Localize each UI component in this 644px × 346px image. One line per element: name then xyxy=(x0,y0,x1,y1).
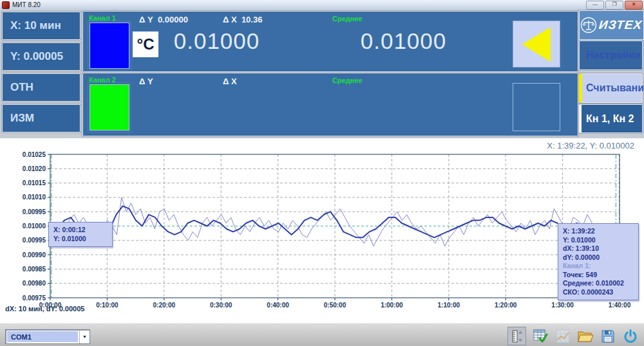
relative-mode-label: ОТН xyxy=(10,81,33,94)
channel2-placeholder-box xyxy=(513,83,560,131)
channel2-delta-x: Δ X xyxy=(223,77,237,86)
svg-text:1:40:00: 1:40:00 xyxy=(609,302,631,309)
table-check-icon[interactable] xyxy=(531,327,549,345)
com-port-value: COM1 xyxy=(7,331,78,342)
svg-text:0.00995: 0.00995 xyxy=(23,208,46,215)
channel2-mean-label: Среднее xyxy=(332,77,363,84)
minimize-icon[interactable]: — xyxy=(586,1,604,10)
app-icon xyxy=(2,1,10,9)
channels-label: Кн 1, Кн 2 xyxy=(586,113,634,125)
channel1-panel: Канал 1 Δ Y 0.00000 Δ X 10.36 °C 0.01000… xyxy=(82,11,578,72)
svg-text:1:10:00: 1:10:00 xyxy=(438,302,460,309)
chevron-down-icon[interactable]: ▼ xyxy=(79,330,90,343)
svg-text:1:00:00: 1:00:00 xyxy=(381,302,403,309)
reading-button[interactable]: Считывание xyxy=(579,73,643,103)
scales-icon xyxy=(580,17,597,33)
channels-button[interactable]: Кн 1, Кн 2 xyxy=(579,104,643,133)
reading-label: Считывание xyxy=(586,82,644,94)
cursor-tooltip-right: X: 1:39:22Y: 0.01000dX: 1:39:10dY: 0.000… xyxy=(558,223,639,300)
title-bar: МИТ 8.20 — ❐ ✕ xyxy=(0,0,644,10)
channel1-color-swatch[interactable] xyxy=(90,23,129,69)
svg-text:0:20:00: 0:20:00 xyxy=(153,302,176,309)
svg-text:0:10:00: 0:10:00 xyxy=(96,302,118,309)
svg-text:0:40:00: 0:40:00 xyxy=(267,302,289,309)
restore-icon[interactable]: ❐ xyxy=(605,1,623,10)
chart-icon[interactable] xyxy=(554,327,571,345)
channel1-label: Канал 1 xyxy=(89,14,116,22)
logo-text: ИЗТЕХ xyxy=(598,18,643,32)
settings-button[interactable]: Настройки xyxy=(579,41,643,70)
power-icon[interactable] xyxy=(621,327,639,345)
left-triangle-icon xyxy=(522,27,551,62)
channel2-panel: Канал 2 Δ Y Δ X Среднее xyxy=(82,73,578,136)
channel2-label: Канал 2 xyxy=(89,76,116,84)
svg-text:0.00980: 0.00980 xyxy=(23,280,46,287)
relative-mode-button[interactable]: ОТН xyxy=(2,73,80,102)
svg-text:0.01015: 0.01015 xyxy=(23,179,46,187)
y-scale-button[interactable]: Y: 0.00005 xyxy=(2,42,80,71)
channel2-color-swatch[interactable] xyxy=(90,84,129,131)
x-scale-label: X: 10 мин xyxy=(10,19,61,32)
svg-text:0.01025: 0.01025 xyxy=(23,151,46,158)
channel2-delta-y: Δ Y xyxy=(139,77,153,86)
svg-text:0.00995: 0.00995 xyxy=(23,237,46,244)
svg-text:0.01000: 0.01000 xyxy=(23,223,46,230)
channel1-delta-y: Δ Y 0.00000 xyxy=(139,15,188,24)
iztech-logo: ИЗТЕХ xyxy=(579,10,644,40)
channel1-mean-label: Среднее xyxy=(332,15,363,23)
y-scale-label: Y: 0.00005 xyxy=(10,50,63,63)
svg-text:0:50:00: 0:50:00 xyxy=(324,302,346,309)
ruler-scale-icon[interactable] xyxy=(507,327,526,345)
com-port-select[interactable]: COM1 ▼ xyxy=(5,329,90,344)
collapse-panel-button[interactable] xyxy=(513,21,560,68)
cursor-tooltip-left: X: 0:00:12Y: 0.01000 xyxy=(48,222,113,247)
svg-text:1:30:00: 1:30:00 xyxy=(551,302,574,309)
measure-mode-button[interactable]: ИЗМ xyxy=(2,104,80,132)
svg-text:0.00975: 0.00975 xyxy=(23,295,46,302)
svg-text:0.00985: 0.00985 xyxy=(23,266,46,273)
svg-text:0.00990: 0.00990 xyxy=(23,251,46,259)
svg-text:0.01010: 0.01010 xyxy=(23,194,46,201)
window-title: МИТ 8.20 xyxy=(12,1,41,8)
channel1-value: 0.01000 xyxy=(144,28,289,54)
save-icon[interactable] xyxy=(599,327,616,345)
channel1-mean-value: 0.01000 xyxy=(321,28,486,54)
chart-panel: X: 1:39:22, Y: 0.010002 0.009750.009800.… xyxy=(0,138,644,323)
open-folder-icon[interactable] xyxy=(576,327,594,345)
close-icon[interactable]: ✕ xyxy=(625,1,643,10)
channel1-delta-x: Δ X 10.36 xyxy=(223,15,262,24)
measure-mode-label: ИЗМ xyxy=(10,112,34,125)
chart-scale-readout: dX: 10 мин, dY: 0.00005 xyxy=(5,305,84,313)
x-scale-button[interactable]: X: 10 мин xyxy=(2,12,80,40)
application-window: МИТ 8.20 — ❐ ✕ X: 10 мин Y: 0.00005 ОТН … xyxy=(0,0,644,346)
svg-text:0.01020: 0.01020 xyxy=(23,165,46,172)
settings-label: Настройки xyxy=(586,50,640,61)
status-bar: COM1 ▼ xyxy=(0,323,644,346)
svg-text:1:20:00: 1:20:00 xyxy=(495,302,517,309)
svg-text:0:30:00: 0:30:00 xyxy=(210,302,232,309)
